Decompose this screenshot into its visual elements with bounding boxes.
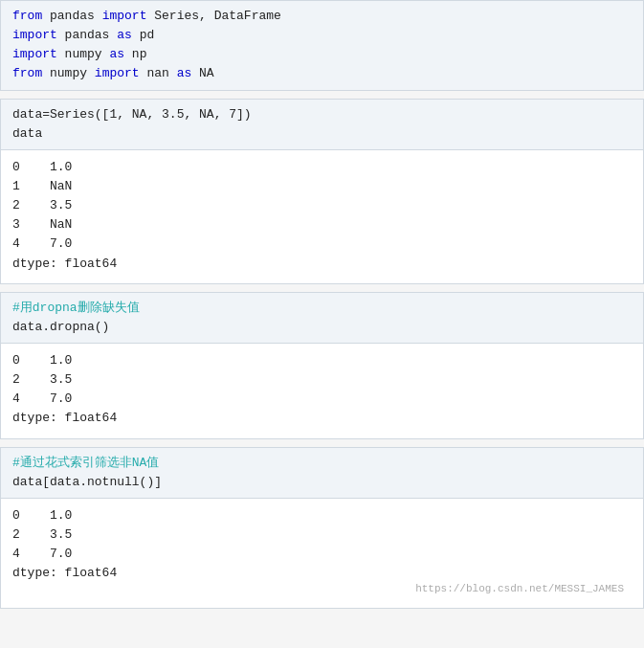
code-line: from numpy import nan as NA [12,64,632,83]
output-line: 4 7.0 [12,545,632,564]
section-series-create: data=Series([1, NA, 3.5, NA, 7]) data 0 … [0,99,644,284]
code-block-notnull: #通过花式索引筛选非NA值 data[data.notnull()] [0,447,644,499]
code-line: import pandas as pd [12,26,632,45]
output-block-dropna: 0 1.0 2 3.5 4 7.0 dtype: float64 [0,344,644,439]
output-line: 2 3.5 [12,525,632,545]
code-block-series: data=Series([1, NA, 3.5, NA, 7]) data [0,99,644,150]
code-line: data [12,124,632,144]
dtype-line: dtype: float64 [12,255,632,274]
output-line: 2 3.5 [12,196,632,215]
page-container: from pandas import Series, DataFrame imp… [0,0,644,609]
code-line: from pandas import Series, DataFrame [12,7,632,26]
output-line: 0 1.0 [12,506,632,525]
output-block-notnull: 0 1.0 2 3.5 4 7.0 dtype: float64 https:/… [0,499,644,610]
code-line: data.dropna() [12,318,632,337]
section-notnull: #通过花式索引筛选非NA值 data[data.notnull()] 0 1.0… [0,447,644,610]
section-imports: from pandas import Series, DataFrame imp… [0,0,644,99]
output-line: 4 7.0 [12,390,632,409]
output-line: 0 1.0 [12,351,632,370]
code-block-imports: from pandas import Series, DataFrame imp… [0,0,644,91]
code-line: import numpy as np [12,45,632,64]
gap [0,91,644,99]
output-line: 4 7.0 [12,235,632,254]
code-line-comment: #用dropna删除缺失值 [12,299,632,318]
output-line: 3 NaN [12,215,632,235]
output-line: 2 3.5 [12,370,632,390]
output-block-series: 0 1.0 1 NaN 2 3.5 3 NaN 4 7.0 dtype: flo… [0,150,644,284]
code-line: data=Series([1, NA, 3.5, NA, 7]) [12,105,632,124]
code-block-dropna: #用dropna删除缺失值 data.dropna() [0,292,644,344]
code-line: data[data.notnull()] [12,473,632,492]
output-line: 1 NaN [12,177,632,196]
dtype-line: dtype: float64 [12,409,632,428]
output-line: 0 1.0 [12,158,632,177]
code-line-comment: #通过花式索引筛选非NA值 [12,454,632,473]
section-dropna: #用dropna删除缺失值 data.dropna() 0 1.0 2 3.5 … [0,292,644,439]
